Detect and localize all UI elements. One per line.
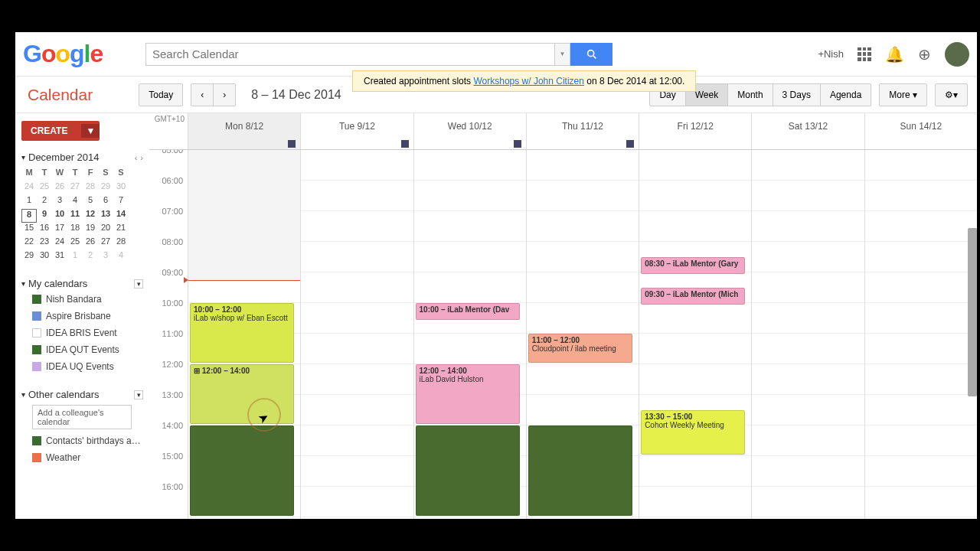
mini-day[interactable]: 15	[21, 223, 37, 236]
day-column[interactable]: 11:00 – 12:00Cloudpoint / ilab meeting	[526, 150, 639, 519]
other-calendar-item[interactable]: Weather	[21, 449, 143, 466]
day-column[interactable]	[751, 150, 864, 519]
mini-day[interactable]: 2	[83, 250, 98, 264]
day-column[interactable]	[864, 150, 977, 519]
settings-button[interactable]: ⚙ ▾	[935, 83, 968, 106]
scrollbar-thumb[interactable]	[968, 228, 977, 396]
mini-day[interactable]: 6	[98, 195, 113, 209]
mini-prev[interactable]: ‹	[135, 153, 138, 162]
mini-day[interactable]: 5	[83, 195, 98, 209]
mini-day[interactable]: 24	[52, 236, 67, 250]
view-agenda[interactable]: Agenda	[820, 83, 871, 106]
notifications-icon[interactable]: 🔔	[885, 45, 904, 64]
calendar-event[interactable]: ⊞ 12:00 – 14:00	[190, 364, 294, 424]
other-calendars-header[interactable]: ▾Other calendars▾	[21, 387, 143, 402]
mini-day[interactable]: 11	[67, 209, 83, 223]
my-calendar-item[interactable]: IDEA BRIS Event	[21, 324, 143, 341]
view-month[interactable]: Month	[727, 83, 773, 106]
calendar-grid[interactable]: GMT+10 Mon 8/12Tue 9/12Wed 10/12Thu 11/1…	[149, 113, 977, 519]
mini-day[interactable]: 30	[113, 181, 129, 195]
calendar-event[interactable]	[190, 425, 294, 516]
mini-day[interactable]: 13	[98, 209, 113, 223]
mini-day[interactable]: 2	[37, 195, 52, 209]
mini-day[interactable]: 4	[113, 250, 129, 264]
my-calendar-item[interactable]: IDEA QUT Events	[21, 341, 143, 358]
day-header[interactable]: Wed 10/12	[413, 113, 526, 149]
mini-day[interactable]: 24	[21, 181, 37, 195]
calendar-event[interactable]	[416, 425, 520, 516]
prev-button[interactable]: ‹	[191, 83, 214, 106]
day-header[interactable]: Fri 12/12	[639, 113, 751, 149]
calendar-event[interactable]: 11:00 – 12:00Cloudpoint / ilab meeting	[528, 334, 632, 363]
my-calendar-item[interactable]: IDEA UQ Events	[21, 358, 143, 375]
mini-day[interactable]: 25	[67, 236, 83, 250]
mini-day[interactable]: 16	[37, 223, 52, 236]
day-column[interactable]: 10:00 – 12:00iLab w/shop w/ Eban Escott⊞…	[188, 150, 300, 519]
add-colleague-input[interactable]: Add a colleague's calendar	[32, 405, 132, 429]
day-header[interactable]: Sat 13/12	[751, 113, 864, 149]
my-calendars-header[interactable]: ▾My calendars▾	[21, 276, 143, 291]
calendar-event[interactable]: 08:30 – iLab Mentor (Gary	[641, 257, 745, 274]
next-button[interactable]: ›	[213, 83, 236, 106]
day-header[interactable]: Sun 14/12	[864, 113, 977, 149]
day-header[interactable]: Thu 11/12	[526, 113, 639, 149]
day-column[interactable]	[300, 150, 413, 519]
mini-day[interactable]: 4	[67, 195, 83, 209]
day-header[interactable]: Tue 9/12	[300, 113, 413, 149]
mini-day[interactable]: 14	[113, 209, 129, 223]
search-button[interactable]	[570, 43, 612, 66]
mini-day[interactable]: 3	[52, 195, 67, 209]
google-logo[interactable]: Google	[23, 40, 115, 68]
my-calendar-item[interactable]: Aspire Brisbane	[21, 308, 143, 324]
avatar[interactable]	[945, 42, 969, 67]
day-column[interactable]: 08:30 – iLab Mentor (Gary09:30 – iLab Me…	[639, 150, 751, 519]
other-calendar-item[interactable]: Contacts' birthdays a…	[21, 432, 143, 449]
mini-day[interactable]: 12	[83, 209, 98, 223]
mini-day[interactable]: 3	[98, 250, 113, 264]
create-button[interactable]: CREATE▼	[21, 121, 100, 141]
mini-day[interactable]: 22	[21, 236, 37, 250]
mini-day[interactable]: 8	[21, 209, 37, 223]
mini-day[interactable]: 26	[83, 236, 98, 250]
calendar-event[interactable]: 12:00 – 14:00iLab David Hulston	[416, 364, 520, 424]
mini-day[interactable]: 1	[67, 250, 83, 264]
mini-day[interactable]: 30	[37, 250, 52, 264]
search-dropdown[interactable]: ▼	[555, 43, 570, 66]
calendar-event[interactable]: 10:00 – iLab Mentor (Dav	[416, 303, 520, 320]
today-button[interactable]: Today	[139, 83, 183, 106]
mini-day[interactable]: 20	[98, 223, 113, 236]
mini-day[interactable]: 26	[52, 181, 67, 195]
day-column[interactable]: 10:00 – iLab Mentor (Dav12:00 – 14:00iLa…	[413, 150, 526, 519]
day-header[interactable]: Mon 8/12	[188, 113, 300, 149]
apps-icon[interactable]	[858, 47, 871, 61]
mini-day[interactable]: 28	[113, 236, 129, 250]
more-button[interactable]: More ▾	[879, 83, 927, 106]
mini-next[interactable]: ›	[140, 153, 143, 162]
mini-day[interactable]: 23	[37, 236, 52, 250]
mini-day[interactable]: 10	[52, 209, 67, 223]
mini-day[interactable]: 9	[37, 209, 52, 223]
mini-day[interactable]: 21	[113, 223, 129, 236]
mini-day[interactable]: 25	[37, 181, 52, 195]
search-input[interactable]	[145, 43, 555, 66]
view-3days[interactable]: 3 Days	[773, 83, 821, 106]
mini-day[interactable]: 18	[67, 223, 83, 236]
share-icon[interactable]: ⊕	[918, 45, 931, 64]
mini-day[interactable]: 7	[113, 195, 129, 209]
calendar-event[interactable]: 09:30 – iLab Mentor (Mich	[641, 288, 745, 305]
calendar-event[interactable]	[528, 425, 632, 516]
mini-day[interactable]: 1	[21, 195, 37, 209]
mini-day[interactable]: 27	[98, 236, 113, 250]
mini-day[interactable]: 17	[52, 223, 67, 236]
mini-day[interactable]: 29	[21, 250, 37, 264]
toast-link[interactable]: Workshops w/ John Citizen	[473, 76, 584, 86]
mini-day[interactable]: 27	[67, 181, 83, 195]
plus-user-link[interactable]: +Nish	[818, 48, 844, 60]
mini-day[interactable]: 28	[83, 181, 98, 195]
mini-day[interactable]: 31	[52, 250, 67, 264]
calendar-event[interactable]: 10:00 – 12:00iLab w/shop w/ Eban Escott	[190, 303, 294, 363]
my-calendar-item[interactable]: Nish Bandara	[21, 291, 143, 308]
mini-day[interactable]: 19	[83, 223, 98, 236]
calendar-event[interactable]: 13:30 – 15:00Cohort Weekly Meeting	[641, 410, 745, 455]
mini-day[interactable]: 29	[98, 181, 113, 195]
